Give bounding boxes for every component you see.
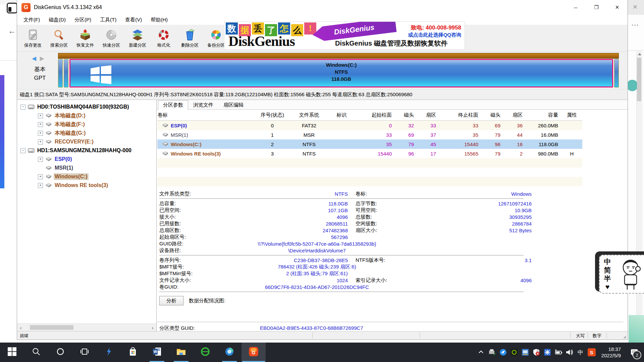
next-disk-icon[interactable]: ▶: [40, 55, 44, 62]
partition-row[interactable]: Windows(C:)2NTFS357945154409616118.0GB: [157, 139, 582, 149]
edge-icon[interactable]: [217, 343, 241, 362]
minimize-button[interactable]: ─: [565, 1, 586, 14]
expand-icon[interactable]: +: [38, 113, 43, 118]
file-explorer-icon[interactable]: [169, 343, 193, 362]
task-view-icon[interactable]: [72, 343, 97, 362]
ad-qq-link[interactable]: 或点击此处选择QQ咨询: [408, 32, 461, 38]
printer-status-icon[interactable]: ✓: [488, 348, 496, 356]
menu-item-3[interactable]: 分区(P): [70, 17, 96, 23]
cortana-icon[interactable]: [48, 343, 72, 362]
scroll-left-icon[interactable]: ‹: [17, 325, 24, 330]
expand-icon[interactable]: +: [38, 131, 43, 136]
tree-item-msr-1-[interactable]: +MSR(1): [17, 164, 156, 172]
search-icon[interactable]: [24, 343, 48, 362]
partition-row[interactable]: Windows RE tools(3)3NTFS1544096171556579…: [157, 149, 582, 158]
security-alert-icon[interactable]: [532, 348, 540, 356]
collapse-icon[interactable]: −: [20, 105, 25, 110]
resize-grip[interactable]: ◢: [623, 335, 626, 339]
scrollbar-thumb[interactable]: [30, 325, 73, 330]
snowflake-icon[interactable]: [543, 348, 551, 356]
scroll-right-icon[interactable]: ›: [149, 325, 156, 330]
column-header[interactable]: 序号(状态): [255, 110, 289, 121]
toolbar-save-changes-button[interactable]: 保存更改: [20, 26, 46, 50]
sogou-icon[interactable]: S: [588, 348, 596, 356]
menu-item-5[interactable]: 查看(V): [121, 17, 146, 23]
column-header[interactable]: 终止柱面: [439, 110, 482, 121]
tree-item-windows-c-[interactable]: +Windows(C:): [17, 172, 156, 181]
background-close-icon[interactable]: ✕: [633, 3, 638, 11]
tree-item-hd1-samsungmznln128hahq-000[interactable]: −HD1:SAMSUNGMZNLN128HAHQ-000: [17, 146, 156, 155]
messenger-icon[interactable]: [499, 348, 507, 356]
column-header[interactable]: 扇区: [504, 110, 526, 121]
toolbar-quick-partition-button[interactable]: 快速分区: [98, 26, 124, 50]
column-header[interactable]: 磁头: [395, 110, 417, 121]
ime-indicator[interactable]: 中: [577, 348, 585, 356]
column-header[interactable]: 标识: [329, 110, 355, 121]
tree-item--f-[interactable]: +本地磁盘(F:): [17, 120, 156, 129]
expand-icon[interactable]: +: [38, 139, 43, 144]
expand-icon[interactable]: +: [38, 157, 43, 162]
word-icon[interactable]: W: [145, 343, 169, 362]
column-header[interactable]: 文件系统: [289, 110, 329, 121]
column-header[interactable]: 卷标: [157, 110, 255, 121]
ad-banner[interactable]: 数据丢了怎么!DiskGeniusDiskGenius致电: 400-008-9…: [224, 21, 465, 50]
nvidia-icon[interactable]: [510, 348, 518, 356]
browser-360-icon[interactable]: [193, 343, 217, 362]
partition-block-esp[interactable]: [58, 59, 63, 87]
partition-row[interactable]: ESP(0)0FAT3203233336936260.0MB: [157, 121, 582, 130]
column-header[interactable]: 磁头: [482, 110, 504, 121]
column-header[interactable]: 起始柱面: [355, 110, 395, 121]
tree-item--d-[interactable]: +本地磁盘(D:): [17, 111, 156, 120]
column-header[interactable]: 容量: [526, 110, 561, 121]
partition-row[interactable]: MSR(1)1MSR33693735794416.0MB: [157, 130, 582, 139]
disk-nav-arrows[interactable]: ◀ ▶: [32, 55, 44, 62]
taskbar-clock[interactable]: 18:37 2022/5/9: [601, 346, 621, 359]
tab-sector-edit[interactable]: 扇区编辑: [218, 100, 249, 109]
tray-expand-icon[interactable]: [477, 348, 485, 356]
prev-disk-icon[interactable]: ◀: [32, 55, 36, 62]
tree-item-recovery-e-[interactable]: +RECOVERY(E:): [17, 137, 156, 146]
analyze-button[interactable]: 分析: [159, 296, 183, 305]
toolbar-delete-partition-button[interactable]: 删除分区: [177, 26, 203, 50]
ime-status-widget[interactable]: 中简半♥: [599, 255, 644, 294]
expand-icon[interactable]: +: [38, 174, 43, 179]
partition-block-msr[interactable]: [64, 59, 68, 87]
back-arrow-icon[interactable]: ←: [8, 26, 16, 36]
menu-item-6[interactable]: 帮助(H): [146, 17, 172, 23]
diskgenius-icon[interactable]: G: [241, 343, 266, 362]
disk-header-strip[interactable]: [58, 53, 619, 59]
expand-icon[interactable]: +: [38, 122, 43, 127]
menu-item-2[interactable]: 磁盘(D): [44, 17, 70, 23]
toolbar-recover-files-button[interactable]: 恢复文件: [72, 26, 98, 50]
close-button[interactable]: ✕: [607, 1, 628, 14]
maximize-button[interactable]: ❐: [586, 1, 607, 14]
scroll-up-icon[interactable]: [638, 53, 641, 55]
more-options-icon[interactable]: ···: [631, 21, 639, 28]
collapse-icon[interactable]: −: [20, 148, 25, 153]
partition-block-re-tools[interactable]: [614, 59, 619, 87]
start-button[interactable]: [0, 343, 24, 362]
tree-item-windows-re-tools-3-[interactable]: +Windows RE tools(3): [17, 181, 156, 190]
volume-icon[interactable]: [566, 348, 574, 356]
action-center-icon[interactable]: 2: [627, 343, 642, 362]
tree-item-hd0-toshibamq04abf100-932gb-[interactable]: −HD0:TOSHIBAMQ04ABF100(932GB): [17, 103, 156, 111]
intel-graphics-icon[interactable]: [521, 348, 529, 356]
partition-block-windows-c[interactable]: Windows(C:) NTFS 118.0GB: [69, 59, 613, 87]
column-header[interactable]: 扇区: [417, 110, 439, 121]
toolbar-search-partition-button[interactable]: 搜索分区: [46, 26, 72, 50]
expand-icon[interactable]: +: [38, 183, 43, 188]
column-header[interactable]: 属性: [561, 110, 582, 121]
flash-app-icon[interactable]: [97, 343, 121, 362]
scrollbar-thumb[interactable]: [637, 58, 641, 101]
menu-item-1[interactable]: 文件(F): [19, 17, 44, 23]
tab-partition-params[interactable]: 分区参数: [158, 100, 188, 110]
tab-browse-files[interactable]: 浏览文件: [188, 100, 218, 109]
tree-item-esp-0-[interactable]: +ESP(0): [17, 155, 156, 164]
battery-icon[interactable]: [554, 348, 562, 356]
tree-item--g-[interactable]: +本地磁盘(G:): [17, 129, 156, 137]
menu-item-4[interactable]: 工具(T): [96, 17, 121, 23]
store-icon[interactable]: [121, 343, 145, 362]
toolbar-format-button[interactable]: 格式化: [151, 26, 177, 50]
toolbar-new-partition-button[interactable]: 新建分区: [124, 26, 151, 50]
tree-horizontal-scrollbar[interactable]: ‹ ›: [17, 323, 156, 331]
